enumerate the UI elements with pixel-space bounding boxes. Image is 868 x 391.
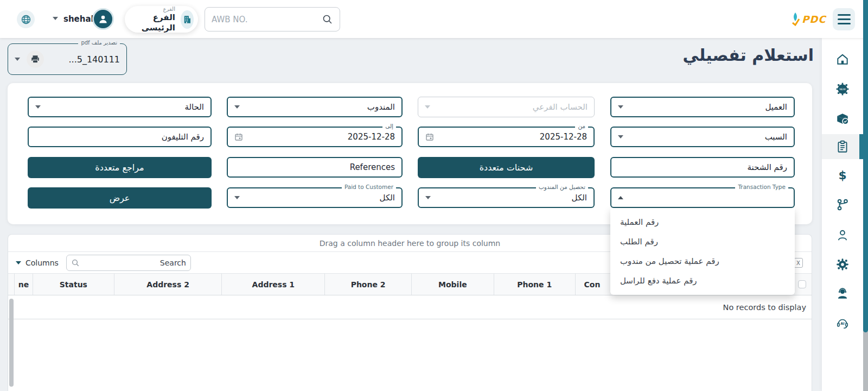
paid-to-customer-value: الكل: [240, 193, 395, 203]
columns-chooser-label: Columns: [25, 258, 59, 267]
select-all-checkbox[interactable]: [798, 280, 806, 288]
finance-dollar-icon: $: [835, 168, 850, 182]
shipment-number-label: رقم الشحنة: [618, 162, 787, 172]
settings-gear-icon: [835, 257, 850, 272]
calendar-icon[interactable]: [425, 133, 434, 141]
printer-icon: [30, 54, 40, 64]
column-header-status[interactable]: Status: [33, 274, 114, 295]
chevron-down-icon: [15, 58, 20, 61]
menu-item-sender-payment-number[interactable]: رقم عملية دفع للراسل: [610, 271, 795, 291]
chevron-down-icon: [425, 196, 431, 199]
shipments-icon: [835, 111, 850, 125]
chevron-down-icon: [16, 261, 21, 264]
avatar[interactable]: [92, 8, 114, 30]
whats-new-icon: NEW: [835, 82, 850, 96]
column-header-phone2[interactable]: Phone 2: [324, 274, 411, 295]
multi-shipments-button[interactable]: شحنات متعددة: [418, 157, 595, 178]
grid-search-box: [66, 255, 191, 271]
sidebar-item-customers[interactable]: [822, 223, 863, 248]
print-button[interactable]: [27, 51, 44, 68]
sub-account-select-label: الحساب الفرعي: [430, 102, 588, 112]
support-agent-icon: [835, 286, 850, 300]
column-header-address2[interactable]: Address 2: [114, 274, 222, 295]
export-options-chevron[interactable]: [15, 58, 20, 61]
show-button[interactable]: عرض: [28, 187, 212, 209]
branch-name: الفرع الرئيسى: [133, 12, 175, 33]
date-from-value: 2025-12-28: [434, 132, 587, 142]
ai-assistant-icon: AI: [835, 316, 850, 330]
branch-label: الفرع: [133, 6, 175, 13]
user-icon: [98, 14, 108, 24]
sidebar-item-finance[interactable]: $: [822, 162, 863, 187]
column-header-ne[interactable]: ne: [14, 274, 33, 295]
user-menu-chevron[interactable]: [53, 17, 58, 20]
date-from-field[interactable]: من 2025-12-28: [418, 127, 595, 147]
sidebar-item-shipments[interactable]: [822, 106, 863, 131]
sub-account-select: الحساب الفرعي: [418, 97, 595, 117]
brand-leaf-icon: [790, 12, 800, 26]
column-header-address1[interactable]: Address 1: [221, 274, 324, 295]
agent-select[interactable]: المندوب: [227, 97, 403, 117]
references-input[interactable]: References: [227, 157, 403, 178]
grid-vertical-scrollbar[interactable]: [9, 299, 14, 387]
sidebar-active-indicator: [859, 134, 863, 159]
empty-message: No records to display: [8, 295, 812, 319]
export-pdf-control[interactable]: تصدير ملف pdf ...5_140111: [8, 43, 127, 75]
home-icon: [835, 52, 850, 66]
search-icon[interactable]: [322, 14, 333, 25]
phone-input[interactable]: رقم التليفون: [28, 127, 212, 147]
calendar-icon[interactable]: [234, 133, 243, 141]
reason-select[interactable]: السبب: [610, 127, 795, 147]
collect-from-agent-select[interactable]: تحصيل من المندوب الكل: [418, 187, 595, 208]
sidebar-item-operations[interactable]: [822, 192, 863, 217]
sidebar-nav: NEW $: [822, 38, 863, 391]
menu-item-order-number[interactable]: رقم الطلب: [610, 232, 795, 251]
collect-from-agent-legend: تحصيل من المندوب: [536, 184, 588, 190]
column-header-mobile[interactable]: Mobile: [411, 274, 494, 295]
agent-select-label: المندوب: [240, 102, 395, 112]
sidebar-item-reports-active[interactable]: [822, 134, 863, 159]
transaction-type-legend: Transaction Type: [735, 184, 788, 190]
sidebar-item-settings[interactable]: [822, 252, 863, 277]
customer-select[interactable]: العميل: [610, 97, 795, 117]
language-globe-button[interactable]: [17, 10, 35, 28]
date-from-legend: من: [575, 123, 588, 129]
sidebar-item-support[interactable]: [822, 281, 863, 306]
brand-logo: PDC: [790, 12, 826, 26]
sidebar-item-home[interactable]: [822, 47, 863, 72]
chevron-up-icon: [618, 196, 623, 199]
customer-select-label: العميل: [623, 102, 787, 112]
shipment-number-input[interactable]: رقم الشحنة: [610, 157, 795, 178]
reason-select-label: السبب: [623, 132, 787, 142]
page-scrollbar-thumb[interactable]: [863, 0, 868, 332]
sidebar-item-whats-new[interactable]: NEW: [822, 77, 863, 102]
multi-references-button[interactable]: مراجع متعددة: [28, 157, 212, 178]
menu-item-agent-collection-number[interactable]: رقم عملية تحصيل من مندوب: [610, 251, 795, 271]
header-spacer: [8, 274, 14, 295]
search-icon: [71, 258, 80, 267]
awb-input[interactable]: [212, 15, 322, 24]
svg-text:AI: AI: [840, 321, 844, 326]
page-scrollbar[interactable]: [863, 0, 868, 391]
columns-chooser-button[interactable]: Columns: [16, 258, 59, 267]
sidebar-item-ai-assistant[interactable]: AI: [822, 311, 863, 336]
menu-item-transaction-number[interactable]: رقم العملية: [610, 212, 795, 232]
chevron-down-icon: [53, 17, 58, 20]
menu-icon: [838, 14, 851, 16]
menu-button[interactable]: [833, 8, 855, 30]
building-icon: [181, 10, 194, 29]
top-bar: shehab الفرع الفرع الرئيسى: [0, 0, 868, 38]
export-excel-icon[interactable]: X: [794, 258, 803, 268]
status-select[interactable]: الحالة: [28, 97, 212, 117]
date-to-legend: إلى: [382, 123, 396, 129]
branch-selector[interactable]: الفرع الفرع الرئيسى: [125, 6, 198, 33]
globe-icon: [21, 14, 31, 25]
awb-search-box: [205, 7, 340, 31]
paid-to-customer-select[interactable]: Paid to Customer الكل: [227, 187, 403, 208]
brand-text: PDC: [802, 14, 826, 25]
transaction-type-select[interactable]: Transaction Type: [610, 187, 795, 208]
grid-search-input[interactable]: [80, 258, 186, 267]
date-to-value: 2025-12-28: [243, 132, 395, 142]
column-header-phone1[interactable]: Phone 1: [494, 274, 575, 295]
date-to-field[interactable]: إلى 2025-12-28: [227, 127, 403, 147]
